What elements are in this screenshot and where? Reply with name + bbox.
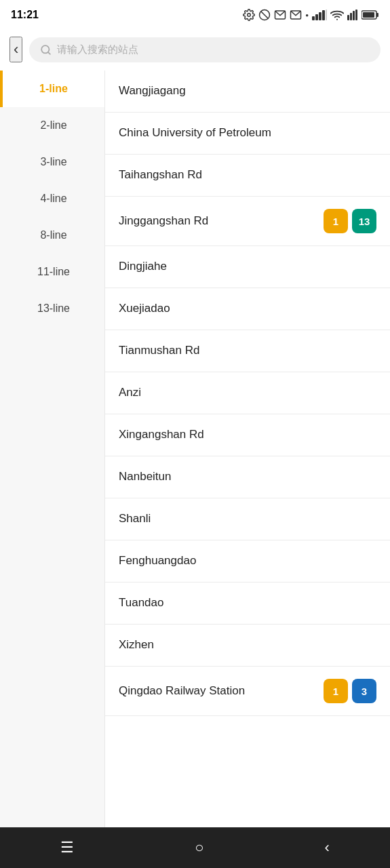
svg-rect-13 [353,11,355,20]
sidebar: 1-line2-line3-line4-line8-line11-line13-… [0,71,105,827]
station-name: Shanli [119,511,376,527]
svg-rect-8 [322,10,325,20]
blocked-icon [258,9,271,21]
station-name: Anzi [119,385,376,401]
dot-icon: ● [305,12,309,18]
station-item[interactable]: Xizhen [105,625,390,667]
station-name: Dingjiahe [119,259,376,275]
home-button[interactable]: ○ [181,832,217,863]
station-name: Xingangshan Rd [119,427,376,443]
signal-icon [312,9,327,20]
main-content: 1-line2-line3-line4-line8-line11-line13-… [0,71,390,827]
wifi-icon [330,9,344,20]
station-name: Tuandao [119,595,376,611]
svg-point-0 [248,14,251,17]
line-badge: 3 [352,679,376,703]
station-item[interactable]: Xingangshan Rd [105,414,390,456]
station-item[interactable]: Tianmushan Rd [105,330,390,372]
sidebar-item-8-line[interactable]: 8-line [0,217,104,254]
sidebar-item-11-line[interactable]: 11-line [0,254,104,290]
svg-rect-14 [355,9,357,20]
email2-icon [290,9,302,21]
menu-button[interactable]: ☰ [47,832,87,863]
status-time: 11:21 [11,9,39,21]
svg-point-10 [336,19,338,20]
station-name: Wangjiagang [119,83,376,99]
email-icon [274,9,286,21]
sidebar-item-1-line[interactable]: 1-line [0,71,104,107]
svg-rect-11 [347,15,349,20]
back-nav-button[interactable]: ‹ [311,832,343,863]
svg-rect-9 [326,9,327,20]
search-icon [40,44,52,56]
svg-line-19 [48,52,50,54]
station-item[interactable]: Qingdao Railway Station13 [105,667,390,716]
station-name: Jinggangshan Rd [119,214,324,229]
search-bar: ‹ 请输入搜索的站点 [0,30,390,71]
station-item[interactable]: Taihangshan Rd [105,155,390,197]
sidebar-item-4-line[interactable]: 4-line [0,180,104,217]
line-badge: 13 [352,209,376,233]
bottom-nav: ☰ ○ ‹ [0,827,390,868]
svg-rect-6 [315,14,318,20]
line-badge: 1 [324,209,348,233]
status-icons: ● [243,9,379,21]
sidebar-item-13-line[interactable]: 13-line [0,290,104,327]
station-badges: 113 [324,209,376,233]
line-badge: 1 [324,679,348,703]
sidebar-item-2-line[interactable]: 2-line [0,107,104,144]
search-placeholder: 请输入搜索的站点 [57,43,138,56]
settings-icon [243,9,255,21]
back-button[interactable]: ‹ [9,37,22,62]
status-bar: 11:21 ● [0,0,390,30]
svg-rect-17 [363,12,374,18]
station-item[interactable]: Fenghuangdao [105,540,390,583]
station-item[interactable]: Xuejiadao [105,288,390,330]
bars-icon [347,9,358,20]
station-name: Tianmushan Rd [119,343,376,359]
svg-rect-5 [312,16,315,20]
station-badges: 13 [324,679,376,703]
battery-icon [362,10,379,20]
station-name: Taihangshan Rd [119,167,376,183]
station-item[interactable]: China University of Petroleum [105,113,390,155]
station-item[interactable]: Dingjiahe [105,246,390,288]
station-item[interactable]: Shanli [105,498,390,540]
svg-rect-7 [319,12,321,20]
station-name: Fenghuangdao [119,553,376,569]
sidebar-item-3-line[interactable]: 3-line [0,144,104,180]
station-item[interactable]: Wangjiagang [105,71,390,113]
svg-rect-16 [376,13,378,17]
station-item[interactable]: Anzi [105,372,390,414]
station-item[interactable]: Tuandao [105,583,390,625]
station-name: Qingdao Railway Station [119,684,324,699]
station-name: Xuejiadao [119,301,376,317]
station-name: Xizhen [119,637,376,653]
station-item[interactable]: Nanbeitun [105,456,390,498]
station-list: WangjiagangChina University of Petroleum… [105,71,390,827]
station-name: China University of Petroleum [119,125,376,141]
svg-rect-12 [350,13,352,20]
search-input-wrap[interactable]: 请输入搜索的站点 [29,37,381,62]
station-item[interactable]: Jinggangshan Rd113 [105,197,390,246]
svg-line-2 [261,12,269,19]
station-name: Nanbeitun [119,469,376,485]
